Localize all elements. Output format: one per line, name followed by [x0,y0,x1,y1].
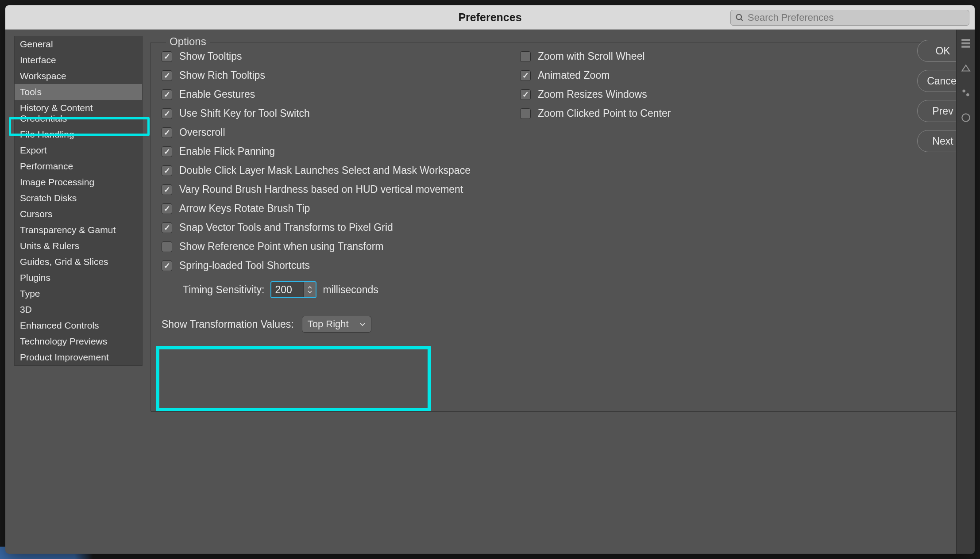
search-icon [735,13,744,22]
search-field[interactable] [730,10,969,26]
sidebar-item-performance[interactable]: Performance [15,158,142,174]
checkbox-zoom-scroll-wheel[interactable] [520,51,531,62]
timing-input-wrapper [270,281,316,298]
label-dbl-click-mask: Double Click Layer Mask Launches Select … [179,165,471,176]
label-zoom-clicked-center: Zoom Clicked Point to Center [538,107,671,119]
sidebar: General Interface Workspace Tools Histor… [5,30,143,554]
option-shift-tool-switch: Use Shift Key for Tool Switch [162,107,502,119]
sidebar-item-enhanced[interactable]: Enhanced Controls [15,318,142,333]
checkbox-overscroll[interactable] [162,127,172,138]
checkbox-show-rich-tooltips[interactable] [162,70,172,81]
dialog-title: Preferences [458,11,521,24]
transform-select-value: Top Right [308,318,349,330]
sidebar-item-product-improvement[interactable]: Product Improvement [15,349,142,365]
panel-icon-4[interactable] [960,112,972,123]
checkbox-shift-tool-switch[interactable] [162,108,172,119]
options-columns: Show Tooltips Show Rich Tooltips Enable … [162,50,956,333]
label-animated-zoom: Animated Zoom [538,69,610,81]
label-reference-point: Show Reference Point when using Transfor… [179,241,384,253]
label-arrow-rotate-brush: Arrow Keys Rotate Brush Tip [179,203,310,214]
checkbox-flick-panning[interactable] [162,146,172,157]
search-input[interactable] [748,12,965,23]
checkbox-vary-brush-hardness[interactable] [162,184,172,195]
checkbox-animated-zoom[interactable] [520,70,531,81]
label-vary-brush-hardness: Vary Round Brush Hardness based on HUD v… [179,184,463,195]
titlebar: Preferences [5,5,975,30]
checkbox-show-tooltips[interactable] [162,51,172,62]
label-snap-vector: Snap Vector Tools and Transforms to Pixe… [179,222,393,234]
panel-icon-1[interactable] [960,38,972,49]
sidebar-item-units[interactable]: Units & Rulers [15,238,142,254]
chevron-down-icon [359,320,366,328]
svg-point-5 [962,89,965,92]
checkbox-dbl-click-mask[interactable] [162,165,172,176]
options-fieldset: Options Show Tooltips Show Rich Tooltips… [150,42,967,412]
option-enable-gestures: Enable Gestures [162,88,502,100]
sidebar-item-type[interactable]: Type [15,286,142,302]
svg-rect-3 [961,42,970,44]
timing-unit: milliseconds [323,284,378,296]
label-flick-panning: Enable Flick Panning [179,145,275,157]
option-spring-loaded: Spring-loaded Tool Shortcuts [162,260,502,272]
sidebar-item-scratch-disks[interactable]: Scratch Disks [15,190,142,206]
sidebar-list: General Interface Workspace Tools Histor… [14,36,143,366]
option-dbl-click-mask: Double Click Layer Mask Launches Select … [162,165,502,176]
checkbox-zoom-clicked-center[interactable] [520,108,531,119]
transform-values-row: Show Transformation Values: Top Right [162,316,502,333]
option-reference-point: Show Reference Point when using Transfor… [162,241,502,253]
content-area: Options Show Tooltips Show Rich Tooltips… [143,30,975,554]
option-flick-panning: Enable Flick Panning [162,145,502,157]
sidebar-item-export[interactable]: Export [15,142,142,158]
option-overscroll: Overscroll [162,126,502,138]
right-panel-strip [956,30,975,554]
transform-label: Show Transformation Values: [162,318,294,330]
timing-sensitivity-row: Timing Sensitivity: milliseconds [183,281,502,298]
checkbox-reference-point[interactable] [162,241,172,252]
sidebar-item-3d[interactable]: 3D [15,302,142,318]
svg-point-0 [737,15,742,20]
dialog-body: General Interface Workspace Tools Histor… [5,30,975,554]
panel-icon-2[interactable] [960,62,972,74]
sidebar-item-interface[interactable]: Interface [15,52,142,68]
svg-line-1 [741,19,743,21]
checkbox-snap-vector[interactable] [162,222,172,233]
transform-select[interactable]: Top Right [302,316,371,333]
timing-stepper[interactable] [303,282,316,297]
sidebar-item-general[interactable]: General [15,36,142,52]
sidebar-item-history[interactable]: History & Content Credentials [15,100,142,126]
checkbox-enable-gestures[interactable] [162,89,172,100]
options-column-left: Show Tooltips Show Rich Tooltips Enable … [162,50,502,333]
option-show-rich-tooltips: Show Rich Tooltips [162,69,502,81]
label-shift-tool-switch: Use Shift Key for Tool Switch [179,107,310,119]
option-zoom-resizes-windows: Zoom Resizes Windows [520,88,768,100]
checkbox-arrow-rotate-brush[interactable] [162,203,172,214]
sidebar-item-cursors[interactable]: Cursors [15,206,142,222]
checkbox-spring-loaded[interactable] [162,260,172,271]
label-enable-gestures: Enable Gestures [179,88,255,100]
svg-point-6 [966,93,969,96]
options-legend: Options [166,35,210,48]
option-zoom-clicked-center: Zoom Clicked Point to Center [520,107,768,119]
option-vary-brush-hardness: Vary Round Brush Hardness based on HUD v… [162,184,502,195]
option-snap-vector: Snap Vector Tools and Transforms to Pixe… [162,222,502,234]
svg-point-7 [962,114,969,121]
sidebar-item-tools[interactable]: Tools [15,84,142,100]
label-spring-loaded: Spring-loaded Tool Shortcuts [179,260,310,272]
sidebar-item-tech-previews[interactable]: Technology Previews [15,333,142,349]
label-show-tooltips: Show Tooltips [179,50,242,62]
sidebar-item-plugins[interactable]: Plugins [15,270,142,286]
label-overscroll: Overscroll [179,126,225,138]
sidebar-item-image-processing[interactable]: Image Processing [15,174,142,190]
svg-rect-4 [961,46,970,47]
preferences-dialog: Preferences General Interface Workspace … [5,5,975,554]
option-show-tooltips: Show Tooltips [162,50,502,62]
label-zoom-resizes-windows: Zoom Resizes Windows [538,88,647,100]
sidebar-item-transparency[interactable]: Transparency & Gamut [15,222,142,238]
sidebar-item-guides[interactable]: Guides, Grid & Slices [15,254,142,270]
option-zoom-scroll-wheel: Zoom with Scroll Wheel [520,50,768,62]
checkbox-zoom-resizes-windows[interactable] [520,89,531,100]
sidebar-item-workspace[interactable]: Workspace [15,68,142,84]
panel-icon-3[interactable] [960,87,972,99]
timing-input[interactable] [271,282,303,297]
sidebar-item-file-handling[interactable]: File Handling [15,126,142,142]
